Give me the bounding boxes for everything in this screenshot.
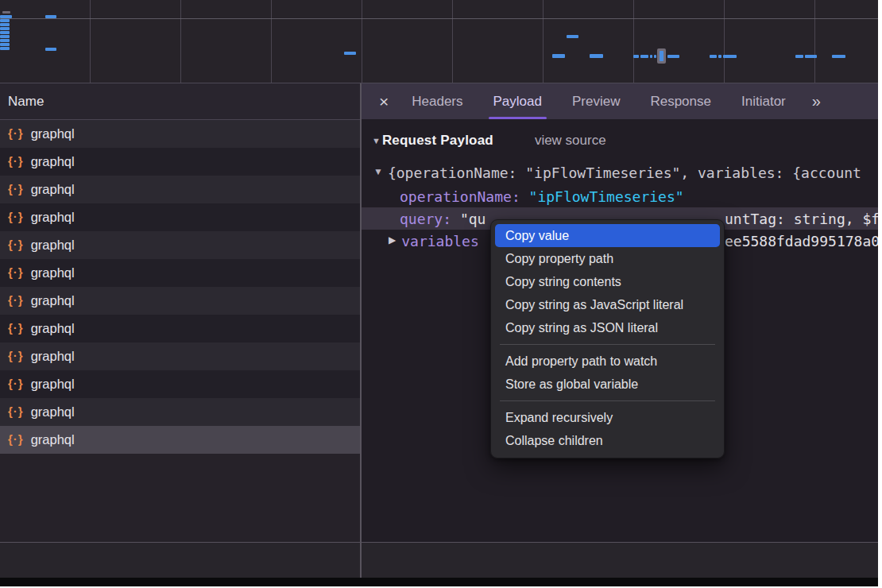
menu-item-copy-string-as-javascript-literal[interactable]: Copy string as JavaScript literal	[495, 293, 720, 316]
request-row[interactable]: {·}graphql	[0, 315, 360, 342]
overview-gridline	[90, 0, 91, 83]
request-row[interactable]: {·}graphql	[0, 176, 360, 203]
window-bottom-edge	[0, 578, 878, 586]
request-timing-bar	[45, 48, 56, 51]
menu-item-copy-string-as-json-literal[interactable]: Copy string as JSON literal	[495, 316, 720, 339]
overview-gridline	[362, 0, 362, 83]
tab-payload[interactable]: Payload	[492, 83, 544, 119]
request-name: graphql	[31, 349, 75, 364]
variables-overflow-text: ee5588fdad995178a0	[725, 230, 878, 252]
menu-item-copy-property-path[interactable]: Copy property path	[495, 247, 720, 270]
request-name: graphql	[31, 404, 75, 420]
request-name: graphql	[31, 238, 75, 253]
property-row-operation-name[interactable]: operationName: "ipFlowTimeseries"	[362, 185, 878, 207]
json-braces-icon: {·}	[8, 238, 24, 251]
request-row[interactable]: {·}graphql	[0, 342, 360, 370]
menu-item-copy-string-contents[interactable]: Copy string contents	[495, 270, 720, 293]
property-value: "ipFlowTimeseries"	[529, 188, 684, 205]
request-timing-bar	[633, 55, 639, 58]
property-key: query:	[400, 211, 451, 227]
request-list: {·}graphql{·}graphql{·}graphql{·}graphql…	[0, 120, 360, 454]
request-row[interactable]: {·}graphql	[0, 426, 360, 454]
property-value-left: "qu	[460, 211, 486, 227]
overview-gridline	[633, 0, 634, 83]
json-braces-icon: {·}	[8, 404, 24, 418]
json-braces-icon: {·}	[8, 321, 24, 335]
overview-gridline	[180, 0, 181, 83]
request-timing-bar	[710, 55, 717, 58]
tab-initiator[interactable]: Initiator	[740, 83, 787, 119]
request-timing-bar	[0, 47, 10, 50]
request-timing-bar	[0, 39, 10, 42]
property-key: operationName:	[400, 188, 520, 205]
request-timing-bar	[832, 55, 845, 58]
json-braces-icon: {·}	[8, 154, 24, 168]
more-tabs-icon[interactable]: »	[812, 92, 819, 110]
request-timing-bar	[0, 43, 10, 46]
request-timing-bar	[660, 51, 663, 61]
overview-gridline	[724, 0, 725, 83]
tabs: HeadersPayloadPreviewResponseInitiator	[397, 83, 800, 119]
menu-item-collapse-children[interactable]: Collapse children	[495, 429, 720, 452]
request-row[interactable]: {·}graphql	[0, 259, 360, 287]
request-name: graphql	[31, 321, 75, 336]
request-timing-bar	[45, 15, 56, 18]
overview-lane-line	[0, 18, 878, 19]
request-timing-bar	[567, 35, 578, 38]
tab-headers[interactable]: Headers	[410, 83, 464, 119]
request-row[interactable]: {·}graphql	[0, 203, 360, 231]
requests-table: Name {·}graphql{·}graphql{·}graphql{·}gr…	[0, 83, 360, 542]
request-timing-bar	[640, 55, 648, 58]
json-braces-icon: {·}	[8, 210, 24, 223]
request-timing-bar	[590, 54, 603, 58]
tab-response[interactable]: Response	[648, 83, 713, 119]
json-braces-icon: {·}	[8, 126, 24, 140]
request-name: graphql	[31, 126, 75, 141]
request-name: graphql	[31, 210, 75, 225]
property-value-right: untTag: string, $f	[725, 207, 878, 230]
json-braces-icon: {·}	[8, 293, 24, 307]
json-braces-icon: {·}	[8, 349, 24, 362]
view-source-link[interactable]: view source	[535, 133, 606, 149]
request-timing-bar	[0, 35, 10, 38]
close-icon[interactable]: ×	[379, 93, 389, 110]
context-menu: Copy valueCopy property pathCopy string …	[490, 219, 725, 458]
request-timing-bar	[795, 55, 803, 58]
request-timing-bar	[667, 55, 679, 58]
menu-item-add-property-path-to-watch[interactable]: Add property path to watch	[495, 350, 720, 373]
request-timing-bar	[0, 15, 12, 18]
request-timing-bar	[0, 23, 10, 26]
request-row[interactable]: {·}graphql	[0, 398, 360, 426]
payload-preview-text: {operationName: "ipFlowTimeseries", vari…	[388, 164, 861, 181]
request-row[interactable]: {·}graphql	[0, 148, 360, 176]
request-name: graphql	[31, 293, 75, 308]
request-name: graphql	[31, 182, 75, 197]
menu-item-copy-value[interactable]: Copy value	[495, 224, 720, 247]
menu-item-store-as-global-variable[interactable]: Store as global variable	[495, 373, 720, 396]
json-braces-icon: {·}	[8, 432, 24, 446]
devtools-network-panel: Name {·}graphql{·}graphql{·}graphql{·}gr…	[0, 0, 878, 586]
overview-gridline	[452, 0, 453, 83]
request-timing-bar	[0, 27, 10, 30]
expander-icon[interactable]: ▼	[373, 166, 383, 177]
request-timing-bar	[0, 31, 10, 34]
request-name: graphql	[31, 265, 75, 280]
request-row[interactable]: {·}graphql	[0, 231, 360, 259]
request-timing-bar	[0, 19, 10, 22]
collapsed-expander-icon[interactable]: ▶	[389, 234, 396, 246]
request-name: graphql	[31, 432, 75, 447]
section-expander-icon[interactable]: ▼	[372, 136, 381, 145]
network-overview-waterfall[interactable]	[0, 0, 878, 83]
request-row[interactable]: {·}graphql	[0, 370, 360, 398]
request-payload-section-header: ▼ Request Payload view source	[372, 133, 606, 149]
request-timing-bar	[552, 54, 565, 58]
request-name: graphql	[31, 154, 75, 169]
json-braces-icon: {·}	[8, 265, 24, 279]
request-row[interactable]: {·}graphql	[0, 287, 360, 315]
payload-root-row[interactable]: ▼ {operationName: "ipFlowTimeseries", va…	[362, 161, 878, 184]
tab-preview[interactable]: Preview	[571, 83, 621, 119]
name-column-header[interactable]: Name	[0, 83, 360, 120]
request-row[interactable]: {·}graphql	[0, 120, 360, 148]
overview-gridline	[271, 0, 272, 83]
menu-item-expand-recursively[interactable]: Expand recursively	[495, 406, 720, 429]
